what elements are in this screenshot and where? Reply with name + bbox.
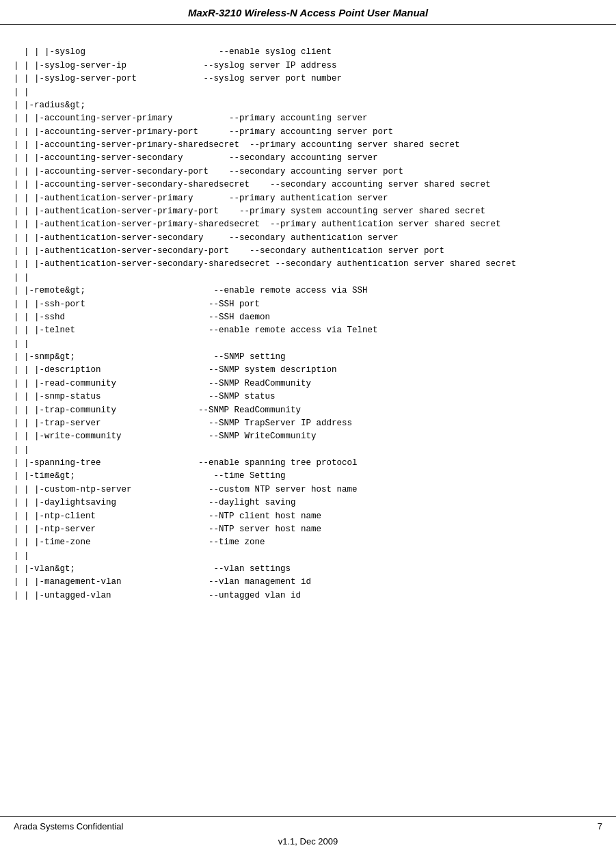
footer-version: v1.1, Dec 2009: [278, 836, 338, 847]
main-content: | | |-syslog --enable syslog client | | …: [14, 47, 516, 600]
page-header: MaxR-3210 Wireless-N Access Point User M…: [0, 0, 616, 25]
page-footer: Arada Systems Confidential 7: [0, 816, 616, 831]
content-area: | | |-syslog --enable syslog client | | …: [0, 30, 616, 630]
header-title: MaxR-3210 Wireless-N Access Point User M…: [188, 7, 428, 18]
footer-left: Arada Systems Confidential: [14, 821, 123, 831]
footer-right: 7: [598, 821, 602, 831]
footer-center: v1.1, Dec 2009: [0, 836, 616, 847]
